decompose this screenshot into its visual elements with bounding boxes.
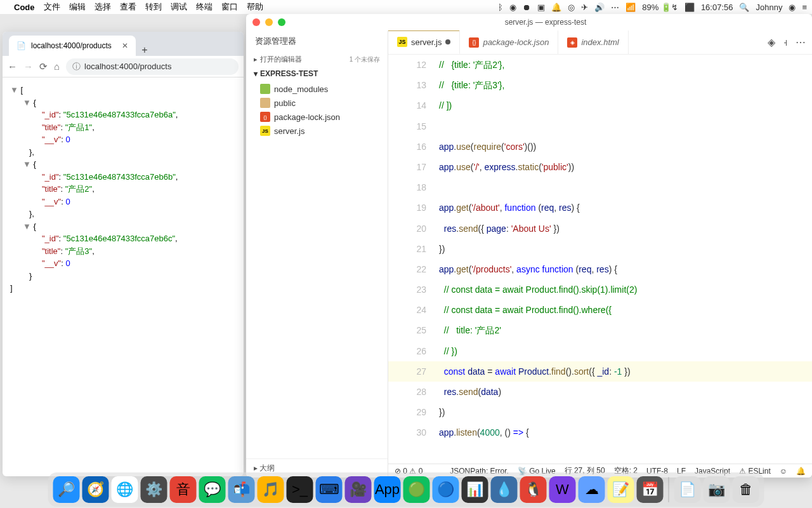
- dock-app[interactable]: App: [374, 476, 401, 503]
- menubar-s-icon[interactable]: ⬛: [684, 3, 695, 12]
- status-bell-icon[interactable]: 🔔: [796, 467, 806, 476]
- dock-app[interactable]: 💧: [491, 476, 518, 503]
- reload-button[interactable]: ⟳: [39, 61, 48, 72]
- forward-button[interactable]: →: [23, 61, 33, 72]
- menu-item[interactable]: 窗口: [221, 2, 238, 11]
- menubar-app2-icon[interactable]: ◎: [568, 3, 575, 12]
- menubar-user[interactable]: Johnny: [756, 3, 782, 12]
- menubar-search-icon[interactable]: 🔍: [739, 3, 749, 12]
- editor-tab[interactable]: JSserver.js: [388, 30, 460, 54]
- address-bar[interactable]: ⓘ localhost:4000/products: [66, 58, 239, 75]
- code-line[interactable]: 17app.use('/', express.static('public')): [388, 157, 812, 177]
- dock-app[interactable]: 🎵: [258, 476, 284, 503]
- code-line[interactable]: 13// {title: '产品3'},: [388, 75, 812, 95]
- menubar-send-icon[interactable]: ✈: [581, 3, 588, 12]
- back-button[interactable]: ←: [8, 61, 17, 72]
- menubar-bt-icon[interactable]: ᛒ: [498, 3, 503, 12]
- dock-app[interactable]: W: [549, 476, 576, 503]
- dock-app[interactable]: 🌐: [112, 476, 138, 503]
- code-line[interactable]: 15: [388, 116, 812, 137]
- compare-icon[interactable]: ◈: [768, 36, 775, 48]
- dock-app[interactable]: 🔎: [53, 476, 80, 503]
- code-line[interactable]: 27 const data = await Product.find().sor…: [388, 361, 812, 382]
- code-line[interactable]: 20 res.send({ page: 'About Us' }): [388, 218, 812, 239]
- code-line[interactable]: 24 // const data = await Product.find().…: [388, 300, 812, 320]
- code-line[interactable]: 18: [388, 177, 812, 197]
- menubar-screenrec-icon[interactable]: ⏺: [523, 3, 531, 12]
- menubar-bell-icon[interactable]: 🔔: [551, 3, 561, 12]
- dock-app[interactable]: 📝: [608, 476, 634, 503]
- menubar-clock[interactable]: 16:07:56: [701, 3, 733, 12]
- editor-tab[interactable]: {}package-lock.json: [460, 30, 558, 54]
- close-window-button[interactable]: [252, 18, 260, 26]
- file-tree-item[interactable]: node_modules: [246, 82, 388, 96]
- file-tree-item[interactable]: {}package-lock.json: [246, 110, 388, 124]
- code-editor[interactable]: 12// {title: '产品2'},13// {title: '产品3'},…: [388, 55, 812, 464]
- dock-item[interactable]: 📄: [674, 476, 701, 503]
- menubar-wifi-icon[interactable]: 📶: [625, 3, 636, 12]
- menu-item[interactable]: 选择: [95, 2, 111, 11]
- code-line[interactable]: 22app.get('/products', async function (r…: [388, 259, 812, 279]
- status-feedback-icon[interactable]: ☺: [780, 467, 787, 476]
- menubar-volume-icon[interactable]: 🔊: [594, 3, 605, 12]
- dock-app[interactable]: ⚙️: [141, 476, 167, 503]
- minimize-window-button[interactable]: [265, 18, 273, 26]
- tab-close-icon[interactable]: ✕: [122, 41, 128, 50]
- dock-app[interactable]: 📬: [228, 476, 255, 503]
- menubar-app-icon[interactable]: ▣: [537, 3, 545, 12]
- menu-item[interactable]: 终端: [196, 2, 213, 11]
- maximize-window-button[interactable]: [278, 18, 285, 26]
- code-line[interactable]: 14// ]): [388, 95, 812, 116]
- dock-app[interactable]: 💬: [199, 476, 226, 503]
- dock-app[interactable]: 音: [170, 476, 197, 503]
- file-tree-item[interactable]: JSserver.js: [246, 124, 388, 138]
- file-tree-item[interactable]: public: [246, 96, 388, 110]
- menubar-bluetooth-icon[interactable]: ⋯: [611, 3, 619, 12]
- code-line[interactable]: 26 // }): [388, 341, 812, 361]
- dock-app[interactable]: 🔵: [433, 476, 459, 503]
- open-editors-section[interactable]: ▸ 打开的编辑器 1 个未保存: [246, 52, 388, 67]
- menu-item[interactable]: 编辑: [69, 2, 86, 11]
- menu-item[interactable]: 调试: [171, 2, 187, 11]
- dock-app[interactable]: 📊: [462, 476, 488, 503]
- dock-item[interactable]: 📷: [704, 476, 730, 503]
- menubar-siri-icon[interactable]: ◉: [789, 3, 796, 12]
- dock-app[interactable]: 📅: [637, 476, 664, 503]
- code-line[interactable]: 12// {title: '产品2'},: [388, 55, 812, 75]
- menubar-battery[interactable]: 89% 🔋↯: [642, 3, 678, 12]
- code-line[interactable]: 16app.use(require('cors')()): [388, 137, 812, 157]
- project-root[interactable]: ▾ EXPRESS-TEST: [246, 67, 388, 81]
- new-tab-button[interactable]: +: [136, 44, 154, 56]
- dock-app[interactable]: 🎥: [345, 476, 372, 503]
- site-info-icon[interactable]: ⓘ: [72, 61, 81, 72]
- code-line[interactable]: 30app.listen(4000, () => {: [388, 422, 812, 443]
- menu-item[interactable]: 文件: [44, 2, 60, 11]
- chrome-tab[interactable]: 📄 localhost:4000/products ✕: [9, 36, 136, 56]
- app-name[interactable]: Code: [14, 3, 35, 12]
- more-actions-icon[interactable]: ⋯: [796, 36, 806, 48]
- menu-item[interactable]: 帮助: [247, 2, 263, 11]
- menu-item[interactable]: 转到: [145, 2, 162, 11]
- menubar-notifications-icon[interactable]: ≡: [802, 3, 807, 12]
- editor-tab[interactable]: ◈index.html: [558, 30, 628, 54]
- dock-app[interactable]: 🐧: [520, 476, 547, 503]
- code-line[interactable]: 19app.get('/about', function (req, res) …: [388, 197, 812, 218]
- vscode-window: server.js — express-test 资源管理器 ▸ 打开的编辑器 …: [246, 14, 812, 478]
- dock-item[interactable]: 🗑: [733, 476, 759, 503]
- dock-app[interactable]: 🧭: [82, 476, 109, 503]
- split-editor-icon[interactable]: ⫞: [783, 37, 788, 48]
- dock-app[interactable]: 🟢: [403, 476, 430, 503]
- code-line[interactable]: 21}): [388, 239, 812, 259]
- dock-app[interactable]: >_: [287, 476, 313, 503]
- code-line[interactable]: 23 // const data = await Product.find().…: [388, 279, 812, 300]
- menubar-wechat-icon[interactable]: ◉: [509, 3, 516, 12]
- dock-app[interactable]: ⌨: [316, 476, 343, 503]
- tab-label: index.html: [581, 37, 619, 47]
- code-line[interactable]: 29}): [388, 402, 812, 422]
- url-text: localhost:4000/products: [84, 62, 171, 71]
- code-line[interactable]: 28 res.send(data): [388, 382, 812, 402]
- menu-item[interactable]: 查看: [120, 2, 136, 11]
- home-button[interactable]: ⌂: [54, 61, 60, 72]
- dock-app[interactable]: ☁: [579, 476, 605, 503]
- code-line[interactable]: 25 // title: '产品2': [388, 320, 812, 340]
